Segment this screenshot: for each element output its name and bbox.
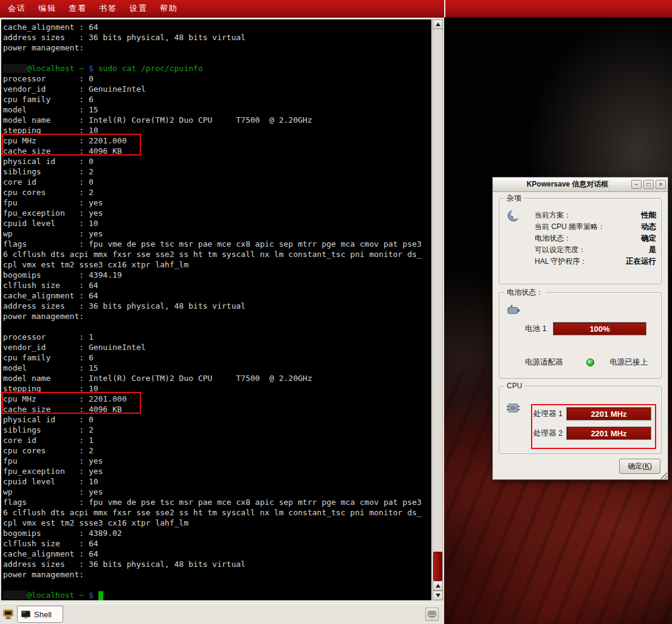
- menu-view[interactable]: 查看: [64, 3, 91, 14]
- battery-progressbar: 100%: [553, 322, 646, 335]
- terminal-scrollbar[interactable]: [433, 19, 443, 600]
- misc-group: 杂项 当前方案： 性能 当前 CPU 频率策略： 动态: [499, 198, 662, 284]
- cpu-freq-value: 2201 MHz: [591, 410, 626, 419]
- redacted-username: [3, 591, 27, 600]
- ok-accel-key: K: [645, 462, 650, 470]
- terminal-line: cache_alignment : 64: [3, 290, 431, 301]
- terminal-line: processor : 0: [3, 74, 431, 84]
- terminal-line: 6 clflush dts acpi mmx fxsr sse sse2 ss …: [3, 249, 431, 259]
- terminal-frame: cache_alignment : 64address sizes : 36 b…: [0, 18, 444, 603]
- info-value: 是: [649, 245, 657, 255]
- battery-group: 电池状态： 电池 1 100% 电源适配器: [499, 292, 662, 379]
- terminal-line: power management:: [3, 311, 431, 321]
- terminal-line: cache size : 4096 KB: [3, 404, 431, 414]
- scrollbar-thumb[interactable]: [433, 552, 442, 581]
- maximize-button[interactable]: □: [643, 180, 654, 189]
- prompt-symbol: $: [89, 64, 94, 73]
- terminal-line: cpl vmx est tm2 ssse3 cx16 xtpr lahf_lm: [3, 518, 431, 528]
- menubar: 会话 编辑 查看 书签 设置 帮助: [0, 0, 444, 18]
- tab-shell[interactable]: Shell: [17, 606, 63, 623]
- cpu-row: 处理器 1 2201 MHz: [533, 407, 651, 420]
- terminal-line: cache_alignment : 64: [3, 22, 431, 32]
- terminal-line: siblings : 2: [3, 425, 431, 435]
- battery-group-title: 电池状态：: [504, 288, 546, 297]
- cpu-freq-bar: 2201 MHz: [566, 427, 651, 440]
- menu-settings[interactable]: 设置: [125, 3, 152, 14]
- terminal-line: physical id : 0: [3, 156, 431, 166]
- terminal-line: stepping : 10: [3, 125, 431, 135]
- terminal-line: cpu MHz : 2201.000: [3, 394, 431, 404]
- terminal-line: fpu_exception : yes: [3, 466, 431, 476]
- scroll-up-button-bottom[interactable]: [433, 581, 443, 591]
- misc-group-title: 杂项: [504, 194, 524, 202]
- terminal-icon: [21, 611, 30, 619]
- terminal-line: siblings : 2: [3, 166, 431, 177]
- terminal-line: bogomips : 4394.19: [3, 270, 431, 280]
- terminal-line: stepping : 10: [3, 383, 431, 394]
- adapter-status: 电源已接上: [610, 357, 648, 368]
- cpu-group: CPU 处理器 1 2201 MHz: [499, 386, 662, 454]
- konsole-window: 会话 编辑 查看 书签 设置 帮助 cache_alignment : 64ad…: [0, 0, 444, 624]
- scroll-up-icon: [436, 22, 441, 26]
- terminal-line: [3, 321, 431, 332]
- terminal-line: @localhost ~ $ sudo cat /proc/cpuinfo: [3, 63, 431, 74]
- terminal-line: cpu family : 6: [3, 94, 431, 105]
- menu-edit[interactable]: 编辑: [34, 3, 61, 14]
- terminal-line: clflush size : 64: [3, 538, 431, 549]
- terminal-line: vendor_id : GenuineIntel: [3, 84, 431, 94]
- info-row: 当前 CPU 频率策略： 动态: [535, 221, 656, 233]
- battery-row: 电池 1 100%: [525, 322, 656, 335]
- new-session-button[interactable]: [2, 608, 15, 621]
- prompt-host: @localhost ~: [27, 591, 89, 600]
- ac-adapter-led: [586, 358, 594, 366]
- terminal-line: 6 clflush dts acpi mmx fxsr sse sse2 ss …: [3, 507, 431, 518]
- terminal-line: cpu cores : 2: [3, 445, 431, 456]
- terminal-line: clflush size : 64: [3, 280, 431, 290]
- terminal-line: cache_alignment : 64: [3, 549, 431, 559]
- ok-button[interactable]: 确定(K): [619, 459, 660, 474]
- minimize-button[interactable]: −: [631, 180, 642, 189]
- info-row: HAL 守护程序： 正在运行: [535, 256, 656, 267]
- scroll-up-icon: [436, 584, 441, 588]
- ok-label: 确定(: [628, 462, 645, 470]
- maximize-icon: □: [646, 182, 650, 188]
- close-icon: ×: [659, 182, 663, 188]
- info-row: 可以设定亮度： 是: [535, 244, 656, 256]
- cpu-row: 处理器 2 2201 MHz: [533, 427, 651, 440]
- close-button[interactable]: ×: [656, 180, 666, 189]
- terminal-line: fpu_exception : yes: [3, 208, 431, 218]
- cpu-group-title: CPU: [504, 382, 524, 390]
- scroll-down-button[interactable]: [433, 591, 443, 600]
- prompt-host: @localhost ~: [27, 64, 89, 73]
- terminal-line: [3, 53, 431, 63]
- terminal-line: address sizes : 36 bits physical, 48 bit…: [3, 301, 431, 311]
- dialog-titlebar[interactable]: KPowersave 信息对话框 − □ ×: [493, 177, 668, 192]
- session-list-button[interactable]: [425, 608, 439, 621]
- terminal-cursor: [98, 591, 103, 600]
- menu-session[interactable]: 会话: [4, 3, 30, 14]
- terminal-line: cpu cores : 2: [3, 187, 431, 197]
- background-window-titlebar[interactable]: [444, 0, 672, 18]
- cpu-label: 处理器 2: [533, 428, 566, 439]
- terminal-line: model name : Intel(R) Core(TM)2 Duo CPU …: [3, 373, 431, 383]
- misc-rows: 当前方案： 性能 当前 CPU 频率策略： 动态 电池状态： 确定 可以设定亮度…: [535, 210, 656, 267]
- tab-label: Shell: [34, 610, 52, 619]
- cpu-freq-value: 2201 MHz: [591, 429, 626, 438]
- adapter-label: 电源适配器: [525, 357, 563, 368]
- terminal-line: address sizes : 36 bits physical, 48 bit…: [3, 32, 431, 43]
- scroll-up-button[interactable]: [433, 19, 443, 29]
- info-row: 电池状态： 确定: [535, 233, 656, 244]
- terminal-line: cache size : 4096 KB: [3, 146, 431, 156]
- menu-help[interactable]: 帮助: [156, 3, 182, 14]
- menu-bookmarks[interactable]: 书签: [95, 3, 122, 14]
- cpu-label: 处理器 1: [533, 409, 566, 419]
- scrollbar-track[interactable]: [433, 29, 443, 581]
- terminal-line: power management:: [3, 569, 431, 580]
- scroll-down-icon: [436, 594, 441, 597]
- ok-label-end: ): [650, 462, 652, 470]
- terminal-screen[interactable]: cache_alignment : 64address sizes : 36 b…: [1, 19, 431, 600]
- info-value: 正在运行: [626, 256, 656, 267]
- typed-command: sudo cat /proc/cpuinfo: [94, 64, 203, 73]
- terminal-line: cpuid level : 10: [3, 218, 431, 228]
- terminal-line: model name : Intel(R) Core(TM)2 Duo CPU …: [3, 115, 431, 125]
